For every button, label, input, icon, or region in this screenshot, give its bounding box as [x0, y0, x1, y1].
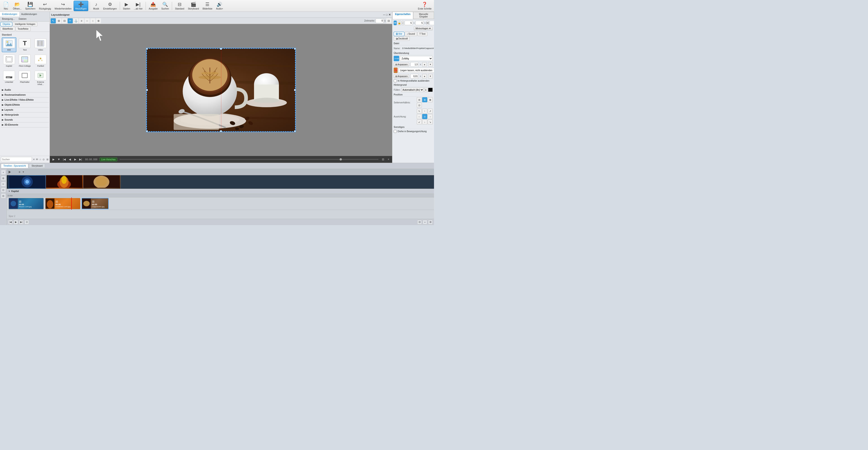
lt-crop-btn[interactable]: ✂ — [68, 18, 73, 23]
duration-input-1[interactable] — [405, 21, 413, 25]
item-untertitel[interactable]: Untertitel — [2, 69, 16, 87]
clip-goldenes-licht[interactable]: ⊞ 00:05 Goldenes Licht.jpg — [45, 198, 81, 209]
item-platzhalter[interactable]: Platzhalter — [18, 69, 32, 87]
ab-hier-button[interactable]: ▶| ...ab hier — [132, 1, 144, 11]
align-bl[interactable]: ↙ — [417, 119, 422, 124]
tl-record-btn[interactable]: ⊙ — [25, 220, 29, 224]
canvas-area[interactable] — [50, 24, 392, 156]
align-tl[interactable]: ↖ — [417, 109, 422, 114]
tl-pin-btn[interactable]: ⊟ — [1, 193, 6, 198]
tab-einblendungen[interactable]: Einblendungen — [0, 12, 19, 17]
window-max-icon[interactable]: □ — [386, 13, 388, 16]
einstellungen-button[interactable]: ⚙ Einstellungen — [102, 1, 118, 11]
lt-flip-v-btn[interactable]: ↕ — [90, 18, 95, 23]
preview-zoom-out[interactable]: ⊟ — [381, 157, 385, 162]
h-value-input[interactable] — [430, 21, 434, 25]
prop-tab-bild[interactable]: 🖼 Bild — [394, 32, 404, 36]
tab-dateien[interactable]: Dateien — [17, 17, 29, 21]
zeitmarke-input[interactable] — [376, 19, 384, 23]
einblendung-down-btn[interactable]: ▼ — [428, 62, 433, 67]
item-video[interactable]: Video — [33, 37, 48, 52]
ausblendung-num-input[interactable] — [410, 74, 418, 79]
skip-fwd-btn[interactable]: ▶| — [78, 157, 83, 162]
item-partikel[interactable]: Partikel — [33, 54, 48, 68]
window-min-icon[interactable]: ─ — [383, 13, 385, 16]
hintergrund-checkbox[interactable] — [394, 79, 397, 82]
category-routenanimationen[interactable]: ▶ Routenanimationen — [1, 92, 49, 97]
lt-zoom-btn[interactable]: ⊟ — [386, 18, 391, 23]
subtab-objekte[interactable]: Objekte — [0, 22, 12, 26]
starten-button[interactable]: ▶ Starten — [121, 1, 132, 11]
tl-fit-btn[interactable]: ⊞ — [428, 220, 433, 224]
drehen-checkbox[interactable] — [394, 130, 397, 133]
window-close-icon[interactable]: ✕ — [389, 13, 391, 16]
item-flexi-collage[interactable]: Flexi-Collage — [18, 54, 32, 68]
clip-cappuccino[interactable]: ⊞ 00:05 Cappuccino.jpg — [82, 198, 109, 209]
erste-schritte-button[interactable]: ❓ Erste Schritte — [416, 1, 433, 11]
subtab-bildeffekte[interactable]: Bildeffekte — [0, 27, 15, 31]
lt-select-btn[interactable]: ↖ — [51, 18, 56, 23]
aspect-btn-2[interactable]: ⊞ — [422, 97, 427, 102]
tl-add-btn[interactable]: ⊞ — [1, 176, 6, 181]
musik-button[interactable]: ♪ Musik — [91, 1, 101, 11]
hinzufuegen-button[interactable]: ➕ Hinzufügen — [73, 1, 88, 11]
tl-cut-btn[interactable]: ✂ — [1, 181, 6, 187]
align-mr[interactable]: → — [428, 114, 433, 119]
aspect-btn-3[interactable]: ⊠ — [428, 97, 433, 102]
einblendung-dropdown[interactable]: Zufällig — [400, 56, 433, 61]
category-layouts[interactable]: ▶ Layouts — [1, 108, 49, 112]
link-btn[interactable]: H — [427, 21, 429, 25]
lt-aspect-btn[interactable]: ⊟ — [62, 18, 67, 23]
lt-grid-btn[interactable]: ⊞ — [56, 18, 61, 23]
color-swatch[interactable] — [428, 88, 433, 92]
search-input[interactable] — [1, 157, 32, 162]
playhead[interactable] — [71, 197, 72, 210]
tl-play-btn-ruler[interactable] — [8, 170, 17, 174]
tab-manuelle-eingabe[interactable]: Manuelle Eingabe — [413, 12, 434, 19]
align-bc[interactable]: ↓ — [422, 119, 427, 124]
tab-eigenschaften[interactable]: Eigenschaften — [392, 12, 413, 19]
ausblendung-dropdown[interactable]: Liegen lassen, nicht ausblenden — [398, 68, 434, 73]
wiederherstellen-button[interactable]: ↪ Wiederherstellen — [53, 1, 73, 11]
prop-tab-text[interactable]: T Text — [417, 32, 428, 36]
ausgabe-button[interactable]: 📤 Ausgabe — [147, 1, 159, 11]
clip-blaues-licht[interactable]: ⊞ 00:05 Blaues Licht.jpg — [9, 198, 44, 209]
item-text[interactable]: T Text — [18, 37, 32, 52]
search-slider-icon[interactable]: ⊙ — [42, 157, 45, 161]
play-options-btn[interactable]: ▼ — [57, 157, 61, 162]
play-pause-btn[interactable]: ▶ — [51, 157, 56, 162]
tl-zoom-plus-btn[interactable]: + — [423, 220, 427, 224]
subtab-intelligente[interactable]: Intelligente Vorlagen — [13, 22, 37, 26]
standard-button[interactable]: ⊟ Standard — [174, 1, 186, 11]
live-preview-btn[interactable]: Live-Vorschau — [100, 158, 117, 161]
sound-btn[interactable]: ♪ — [402, 21, 404, 25]
tl-zoom-minus-btn[interactable]: ⊟ — [417, 220, 422, 224]
preview-thumb[interactable] — [340, 158, 342, 161]
search-settings-icon[interactable]: ⊞ — [46, 157, 49, 161]
tab-bewegung[interactable]: Bewegung... — [0, 17, 17, 21]
audio-plus-button[interactable]: 🔊 Audio+ — [214, 1, 225, 11]
lock-btn[interactable]: 🔒 — [398, 21, 401, 25]
subtab-texteffekte[interactable]: Texteffekte — [16, 27, 31, 31]
align-br[interactable]: ↘ — [428, 119, 433, 124]
tl-zoom-in-btn[interactable]: + — [1, 170, 6, 175]
ausblendung-down-btn[interactable]: ▼ — [428, 74, 433, 79]
einblendung-num-input[interactable] — [410, 62, 418, 67]
tl-skip-start-btn[interactable]: |◀ — [8, 220, 13, 224]
visibility-btn[interactable]: 👁 — [394, 21, 397, 25]
category-objekt-effekte[interactable]: ▶ Objekt-Effekte — [1, 103, 49, 108]
category-sounds[interactable]: ▶ Sounds — [1, 117, 49, 122]
search-star-icon[interactable]: ☆ — [39, 157, 41, 161]
step-back-btn[interactable]: ◀ — [67, 157, 72, 162]
ausblendung-anpassen-btn[interactable]: ⊞ Anpassen — [394, 74, 409, 78]
rueckgaengig-button[interactable]: ↩ Rückgängig — [37, 1, 53, 11]
preview-zoom-in[interactable]: + — [386, 157, 391, 162]
align-tc[interactable]: ↑ — [422, 109, 427, 114]
category-3d[interactable]: ▶ 3D-Elemente — [1, 122, 49, 128]
lt-flip-h-btn[interactable]: ↔ — [85, 18, 90, 23]
ausblendung-up-btn[interactable]: ▲ — [422, 74, 427, 79]
category-audio[interactable]: ▶ Audio — [1, 87, 49, 92]
tl-group-btn[interactable]: ⊡ — [1, 188, 6, 193]
category-hintergruende[interactable]: ▶ Hintergründe — [1, 112, 49, 117]
suchen-button[interactable]: 🔍 Suchen — [160, 1, 170, 11]
